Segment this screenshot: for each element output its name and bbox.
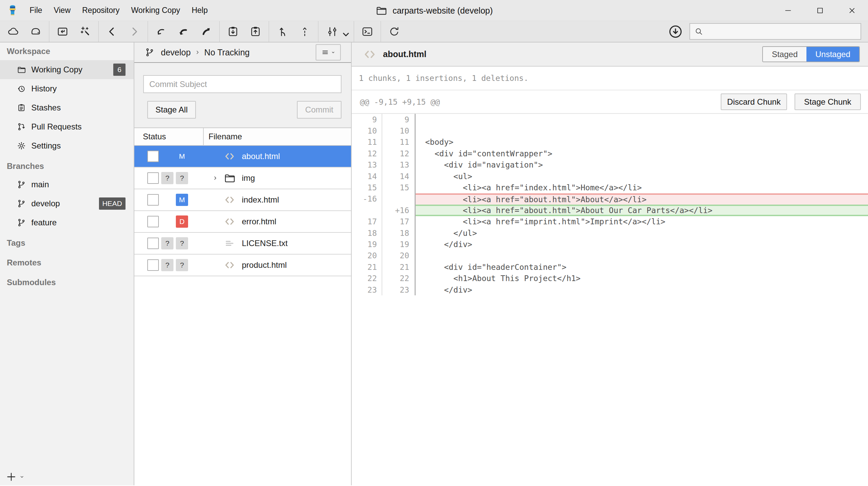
commit-subject-input[interactable]: [143, 75, 341, 93]
toolbar-right: [668, 21, 868, 42]
stage-chunk-button[interactable]: Stage Chunk: [795, 93, 861, 110]
terminal-button[interactable]: [356, 21, 379, 42]
close-button[interactable]: [836, 0, 868, 21]
file-row-about-html[interactable]: Mabout.html: [134, 146, 351, 168]
old-line-number: 23: [352, 284, 382, 295]
file-table: Status Filename Mabout.html??imgMindex.h…: [134, 127, 351, 485]
stage-all-button[interactable]: Stage All: [147, 101, 196, 119]
status-badge-?: ?: [161, 172, 173, 184]
sidebar-item-feature[interactable]: feature: [0, 213, 134, 232]
file-row-license-txt[interactable]: ??LICENSE.txt: [134, 233, 351, 255]
menubar: FileViewRepositoryWorking CopyHelp: [24, 0, 214, 21]
magic-wand-button[interactable]: [74, 21, 96, 42]
status-badge-?: ?: [161, 259, 173, 271]
sidebar-item-working-copy[interactable]: Working Copy6: [0, 60, 134, 79]
branch-icon: [17, 218, 26, 227]
open-repo-button[interactable]: [51, 21, 74, 42]
filename-label: LICENSE.txt: [242, 239, 288, 248]
rebase-button[interactable]: [294, 21, 316, 42]
new-line-number: 19: [382, 239, 416, 250]
diff-line: 1111<body>: [352, 137, 868, 148]
old-line-number: 20: [352, 250, 382, 261]
fetch-button[interactable]: [150, 21, 172, 42]
forward-button[interactable]: [123, 21, 146, 42]
menu-view[interactable]: View: [48, 0, 76, 21]
diff-code-context: <ul>: [416, 171, 868, 182]
old-line-number: 22: [352, 273, 382, 284]
sidebar-section-tags[interactable]: Tags: [0, 234, 134, 252]
sidebar-item-develop[interactable]: developHEAD: [0, 194, 134, 213]
sidebar-item-settings[interactable]: Settings: [0, 136, 134, 155]
diff-panel: about.html StagedUnstaged 1 chunks, 1 in…: [352, 42, 868, 485]
toolbar-group: [0, 21, 49, 42]
cloud-button[interactable]: [2, 21, 24, 42]
commit-button[interactable]: Commit: [297, 101, 341, 119]
sidebar-section-remotes[interactable]: Remotes: [0, 254, 134, 272]
toolbar-group: [318, 21, 354, 42]
sidebar-item-stashes[interactable]: Stashes: [0, 98, 134, 117]
download-button[interactable]: [668, 24, 683, 39]
old-line-number: 18: [352, 227, 382, 239]
tab-staged[interactable]: Staged: [763, 47, 806, 62]
file-row-img[interactable]: ??img: [134, 168, 351, 189]
menu-working-copy[interactable]: Working Copy: [125, 0, 186, 21]
pull-button[interactable]: [172, 21, 195, 42]
sidebar-item-label: Settings: [31, 141, 61, 151]
menu-repository[interactable]: Repository: [77, 0, 126, 21]
expand-chevron-icon[interactable]: [212, 175, 219, 181]
sidebar-item-main[interactable]: main: [0, 175, 134, 194]
sidebar-section-submodules[interactable]: Submodules: [0, 274, 134, 291]
chevron-down-icon: [339, 28, 346, 35]
sidebar-section-branches[interactable]: Branches: [0, 157, 134, 175]
menu-file[interactable]: File: [24, 0, 48, 21]
file-row-product-html[interactable]: ??product.html: [134, 255, 351, 276]
file-row-index-html[interactable]: Mindex.html: [134, 189, 351, 211]
stage-checkbox[interactable]: [147, 151, 159, 162]
stage-checkbox[interactable]: [147, 259, 159, 271]
commit-actions: Stage All Commit: [134, 93, 351, 119]
new-line-number: 12: [382, 148, 416, 159]
search-input[interactable]: [706, 24, 861, 39]
toolbar-group: [49, 21, 98, 42]
diff-code-context: [416, 250, 868, 261]
status-badge-?: ?: [176, 259, 188, 271]
filename-cell: index.html: [204, 194, 351, 206]
maximize-button[interactable]: [804, 0, 836, 21]
hunk-row: @@ -9,15 +9,15 @@ Discard ChunkStage Chu…: [352, 90, 868, 114]
diff-line: 1919 </div>: [352, 239, 868, 250]
file-row-error-html[interactable]: Derror.html: [134, 211, 351, 233]
branch-icon: [145, 47, 155, 57]
stage-checkbox[interactable]: [147, 216, 159, 227]
sidebar-item-history[interactable]: History: [0, 79, 134, 98]
push-button[interactable]: [195, 21, 217, 42]
stash-save-button[interactable]: [222, 21, 244, 42]
stage-checkbox[interactable]: [147, 172, 159, 184]
back-button[interactable]: [101, 21, 123, 42]
discard-chunk-button[interactable]: Discard Chunk: [721, 93, 787, 110]
new-line-number: 9: [382, 114, 416, 125]
status-badge-M: M: [176, 150, 188, 162]
diff-code-context: <body>: [416, 137, 868, 148]
drive-button[interactable]: [24, 21, 47, 42]
hunk-header: @@ -9,15 +9,15 @@: [360, 98, 440, 106]
gear-icon: [17, 141, 26, 151]
add-repository-button[interactable]: [5, 471, 25, 483]
tab-unstaged[interactable]: Unstaged: [806, 47, 859, 62]
status-badge-D: D: [176, 215, 188, 228]
minimize-button[interactable]: [772, 0, 804, 21]
branch-select-button[interactable]: [320, 21, 352, 42]
sidebar-item-pull-requests[interactable]: Pull Requests: [0, 117, 134, 136]
stash-pop-button[interactable]: [244, 21, 267, 42]
merge-button[interactable]: [271, 21, 294, 42]
window-controls: [772, 0, 868, 21]
sidebar-section-workspace[interactable]: Workspace: [0, 42, 134, 60]
new-line-number: 21: [382, 261, 416, 273]
commit-menu-button[interactable]: [316, 44, 341, 60]
stage-checkbox[interactable]: [147, 194, 159, 206]
diff-line: 2222 <h1>About This Project</h1>: [352, 273, 868, 284]
tracking-status: No Tracking: [204, 48, 250, 57]
stage-checkbox[interactable]: [147, 238, 159, 249]
menu-help[interactable]: Help: [186, 0, 213, 21]
old-line-number: 12: [352, 148, 382, 159]
refresh-button[interactable]: [383, 21, 405, 42]
